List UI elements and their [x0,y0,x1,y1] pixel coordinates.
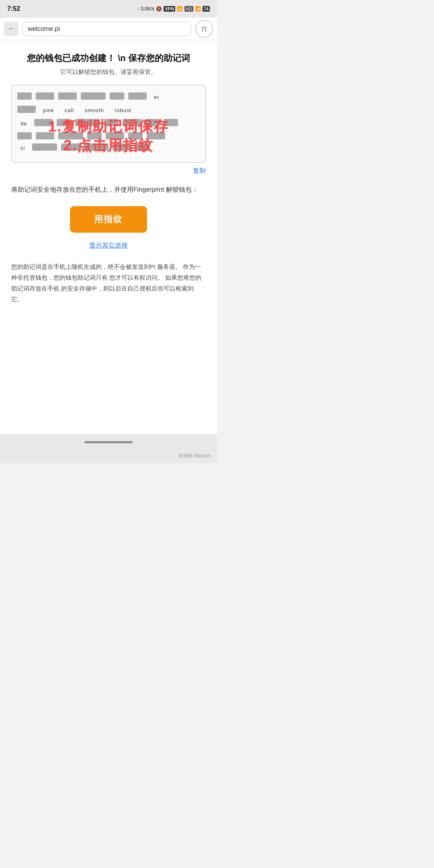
mnemonic-word-de: de [17,119,30,128]
vpn-badge: VPN [164,6,175,12]
mnemonic-blurred-5 [110,92,124,100]
mnemonic-blurred-4 [81,92,106,100]
bottom-note: 您的助记词是在手机上随机生成的，绝不会被发送到Pi 服务器。 作为一种非托管钱包… [11,261,206,305]
mnemonic-blurred-6 [128,92,147,100]
mnemonic-blurred-23 [61,143,80,151]
signal2-icon: 📶 [195,6,201,12]
fingerprint-button-wrap: 用指纹 [11,206,206,233]
mnemonic-blurred-15 [17,132,32,139]
signal1-icon: 📶 [177,6,183,12]
mnemonic-word-er: er [151,92,163,102]
mnemonic-blurred-14 [164,119,178,126]
mnemonic-blurred-9 [57,119,71,126]
hd-badge: HD [184,6,193,12]
back-button[interactable]: ← [4,22,18,36]
back-arrow-icon: ← [8,25,15,33]
mnemonic-blurred-22 [32,143,57,151]
mnemonic-blurred-3 [58,92,77,100]
watermark-text: 攻城师 Benson [178,453,211,459]
show-options-area: 显示其它选择 [11,242,206,250]
mnemonic-blurred-17 [58,132,83,139]
home-indicator [84,441,133,443]
mnemonic-blurred-1 [17,92,32,100]
mnemonic-row-4 [17,132,200,139]
wallet-subtitle: 它可以解锁您的钱包。请妥善保管。 [11,68,206,76]
mnemonic-blurred-19 [106,132,124,139]
mnemonic-row-2: pink call smooth robust [17,106,200,115]
mnemonic-word-call: call [61,106,78,115]
mnemonic-word-ci: ci [17,143,28,153]
mute-icon: 🔕 [156,6,162,12]
url-text: welcome.pi [28,25,60,33]
status-bar: 7:52 ···3.0K/s 🔕 VPN 📶 HD 📶 74 [0,0,217,18]
mnemonic-blurred-26 [135,143,149,151]
battery-level: 74 [203,6,210,12]
mnemonic-word-pink: pink [40,106,57,115]
mnemonic-row-3: de [17,119,200,128]
status-right: ···3.0K/s 🔕 VPN 📶 HD 📶 74 [137,6,210,12]
pi-symbol-icon: π [201,24,207,34]
status-time: 7:52 [7,5,20,12]
mnemonic-word-robust: robust [111,106,135,115]
fingerprint-description: 将助记词安全地存放在您的手机上，并使用Fingerprint 解锁钱包： [11,184,206,195]
mnemonic-blurred-10 [75,119,100,126]
network-speed: ···3.0K/s [137,6,154,12]
url-bar[interactable]: welcome.pi [23,22,191,36]
mnemonic-row-1: er [17,92,200,102]
mnemonic-blurred-8 [34,119,53,126]
show-options-link[interactable]: 显示其它选择 [89,242,128,249]
mnemonic-row-5: ci [17,143,200,153]
home-indicator-bar [0,434,217,450]
mnemonic-blurred-24 [84,143,108,151]
wallet-created-title: 您的钱包已成功创建！ \n 保存您的助记词 [11,52,206,64]
browser-bar: ← welcome.pi π [0,18,217,40]
fingerprint-button[interactable]: 用指纹 [70,206,147,233]
mnemonic-blurred-25 [113,143,131,151]
mnemonic-blurred-12 [123,119,141,126]
mnemonic-blurred-13 [145,119,160,126]
copy-button[interactable]: 复制 [193,167,206,174]
mnemonic-blurred-20 [128,132,143,139]
mnemonic-blurred-21 [147,132,165,139]
mnemonic-blurred-18 [87,132,102,139]
mnemonic-blurred-16 [36,132,54,139]
mnemonic-box: er pink call smooth robust de [11,85,206,163]
mnemonic-word-smooth: smooth [81,106,107,115]
mnemonic-blurred-2 [36,92,54,100]
page-content: 您的钱包已成功创建！ \n 保存您的助记词 它可以解锁您的钱包。请妥善保管。 e… [0,40,217,434]
mnemonic-blurred-7 [17,106,36,113]
copy-link-area: 复制 [11,167,206,175]
pi-logo-button[interactable]: π [195,20,213,38]
watermark: 攻城师 Benson [0,450,217,463]
mnemonic-blurred-11 [104,119,119,126]
